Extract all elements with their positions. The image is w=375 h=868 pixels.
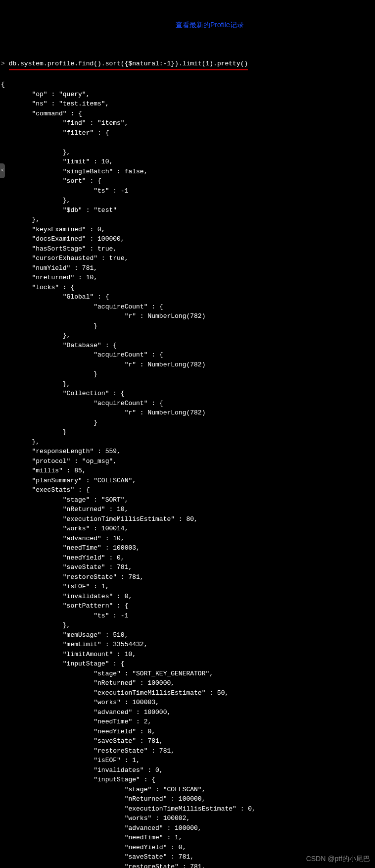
- annotation-label: 查看最新的Profile记录: [176, 20, 244, 30]
- side-collapse-tab[interactable]: [0, 163, 5, 178]
- watermark: CSDN @ptf的小尾巴: [306, 854, 370, 864]
- shell-command[interactable]: db.system.profile.find().sort({$natural:…: [9, 59, 248, 70]
- command-output: { "op" : "query", "ns" : "test.items", "…: [1, 80, 375, 868]
- shell-prompt: >: [1, 60, 5, 67]
